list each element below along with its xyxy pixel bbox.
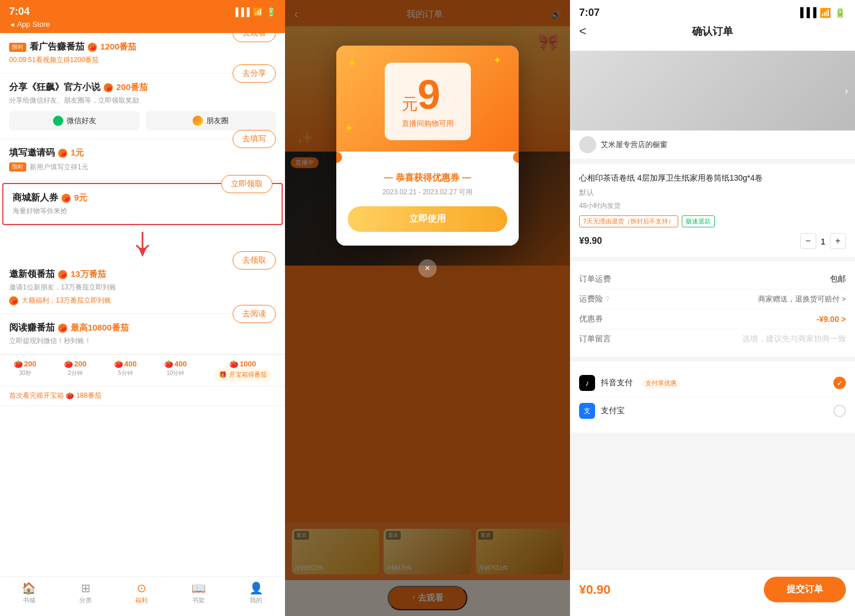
qty-decrease-btn[interactable]: − [800,233,816,249]
mall-coupon-desc: 海量好物等你来抢 [13,206,87,216]
reward-time-2: 2分钟 [68,369,83,377]
coupon-top: ✦ ✦ ✦ 元 9 直播间购物可用 [336,46,519,152]
tomato-icon-sub: 🍅 [9,296,18,305]
invite-desc: 邀请1位新朋友，13万番茄立即到账 [9,283,116,292]
reward-amount-1: 200 [24,360,36,368]
welfare-icon: ⊙ [137,581,146,595]
invite-code-title: 填写邀请码 [9,147,55,159]
note-placeholder[interactable]: 选填，建议先与商家协商一致 [742,334,846,344]
reward-time-1: 30秒 [19,369,31,377]
nav-category[interactable]: ⊞ 分类 [79,581,92,605]
panel3-nav: < 确认订单 [579,19,846,44]
tag-xianshi: 限时 [9,43,26,52]
treasure-box-label: 🎁 开宝箱得番茄 [214,368,271,381]
order-detail-card: 订单运费 包邮 运费险 ? 商家赠送，退换货可赔付 > 优惠券 -¥9.00 >… [570,262,855,357]
product-image-area: › [570,51,855,130]
task-timer: 00:09:51看视频立得1200番茄 [9,55,136,65]
bookstore-icon: 🏠 [22,581,36,595]
tomato-icon-5: 🍅 [58,270,67,279]
panel3-title: 确认订单 [692,25,733,38]
wechat-label: 微信好友 [67,116,96,126]
store-row: 艾米屋专营店的橱窗 [570,130,855,160]
tomato-icon-6: 🍅 [58,324,67,333]
product-tags: 7天无理由退货（拆封后不支持） 极速退款 [579,215,846,227]
product-price: ¥9.90 [579,236,602,246]
quantity-ctrl: − 1 + [800,233,846,249]
tomato-small-4: 🍅 [164,360,173,368]
product-shipping-time: 48小时内发货 [579,201,846,211]
task-mall-coupon: 商城新人券 🍅 9元 海量好物等你来抢 立即领取 [2,183,283,225]
reward-5min: 🍅 400 5分钟 [114,360,137,381]
moments-icon [193,116,203,126]
qty-increase-btn[interactable]: + [830,233,846,249]
payment-alipay-left: 支 支付宝 [579,403,625,419]
nav-welfare[interactable]: ⊙ 福利 [135,581,148,605]
wifi-icon-r: 📶 [820,7,831,18]
nav-shelf-label: 书架 [192,596,205,605]
invite-title: 邀新领番茄 [9,268,55,280]
douyin-promo: 支付享优惠 [642,378,680,389]
reward-amount-5: 1000 [239,360,256,368]
payment-alipay-row[interactable]: 支 支付宝 [579,397,846,425]
share-btn[interactable]: 去分享 [233,64,276,83]
tomato-small-5: 🍅 [229,360,238,368]
fill-btn[interactable]: 去填写 [233,130,276,148]
time-left: 7:04 [9,6,30,18]
share-novel-title: 分享《狂飙》官方小说 [9,81,100,93]
coupon-star-1: ✦ [348,57,356,70]
nav-shelf[interactable]: 📖 书架 [192,581,206,605]
invite-btn[interactable]: 去领取 [233,251,276,270]
coupon-circle-left [336,152,342,163]
reward-30s: 🍅 200 30秒 [14,360,36,381]
tomato-count-6: 最高10800番茄 [71,323,129,333]
tomato-icon-4: 🍅 [62,194,71,203]
alipay-logo: 支 [579,403,595,419]
status-icons-left: ▐▐▐ 📶 🔋 [233,7,276,17]
time-right: 7:07 [579,7,600,19]
product-price-row: ¥9.90 − 1 + [579,233,846,249]
tomato-count-3: 1元 [71,148,84,158]
nav-bookstore[interactable]: 🏠 书城 [22,581,36,605]
watch-btn[interactable]: 去观看 [233,33,276,42]
panel3-back-btn[interactable]: < [579,24,587,39]
reading-reward-row: 🍅 200 30秒 🍅 200 2分钟 🍅 400 5分钟 [0,354,285,386]
task-share-novel: 分享《狂飙》官方小说 🍅 200番茄 分享给微信好友、朋友圈等，立即领取奖励 去… [0,74,285,139]
claim-coupon-btn[interactable]: 立即领取 [221,175,272,193]
panel-center: ‹ 我的订单 🔊 逛街赚番茄 海量好物等你挑 🎀 ✨ 直播中 ✦ ✦ ✦ [285,0,570,616]
read-btn[interactable]: 去阅读 [233,305,276,323]
tomato-icon-1: 🍅 [88,43,97,52]
insurance-label: 运费险 [579,294,603,304]
product-image-arrow[interactable]: › [845,85,848,97]
coupon-star-2: ✦ [493,54,502,67]
payment-douyin-row[interactable]: ♪ 抖音支付 支付享优惠 ✓ [579,369,846,397]
wechat-friends-btn[interactable]: 微信好友 [9,111,140,130]
close-coupon-btn[interactable]: × [418,259,437,278]
shipping-value: 包邮 [830,274,846,284]
nav-mine-label: 我的 [250,596,262,605]
mall-coupon-title: 商城新人券 [13,192,58,204]
battery-icon: 🔋 [266,7,276,17]
coupon-use-btn[interactable]: 立即使用 [348,206,507,232]
task-read-earn: 阅读赚番茄 🍅 最高10800番茄 立即提现到微信！秒到账！ 去阅读 [0,314,285,354]
category-icon: ⊞ [81,581,91,595]
tomato-small-1: 🍅 [14,360,23,368]
nav-mine[interactable]: 👤 我的 [249,581,263,605]
task-list: 限时 看广告赚番茄 🍅 1200番茄 00:09:51看视频立得1200番茄 去… [0,33,285,576]
share-novel-desc: 分享给微信好友、朋友圈等，立即领取奖励 [9,96,148,105]
submit-order-btn[interactable]: 提交订单 [764,577,846,602]
insurance-help-icon: ? [605,295,609,303]
wechat-icon [53,116,63,126]
back-appstore[interactable]: App Store [9,20,276,28]
note-label: 订单留言 [579,334,611,344]
tag-return: 7天无理由退货（拆封后不支持） [579,215,678,227]
coupon-congrats: — 恭喜获得优惠券 — [348,172,507,184]
coupon-amount: 9 [418,74,441,115]
nav-bookstore-label: 书城 [23,596,35,605]
tomato-count-1: 1200番茄 [100,42,136,52]
read-title: 阅读赚番茄 [9,322,55,334]
moments-btn[interactable]: 朋友圈 [145,111,276,130]
alipay-name: 支付宝 [601,406,625,416]
product-info-card: 心相印茶语卷纸 4层加厚卫生纸家用卷筒纸130g*4卷 默认 48小时内发货 7… [570,164,855,257]
shipping-row: 订单运费 包邮 [579,270,846,289]
order-scroll: › 艾米屋专营店的橱窗 心相印茶语卷纸 4层加厚卫生纸家用卷筒纸130g*4卷 … [570,51,855,569]
